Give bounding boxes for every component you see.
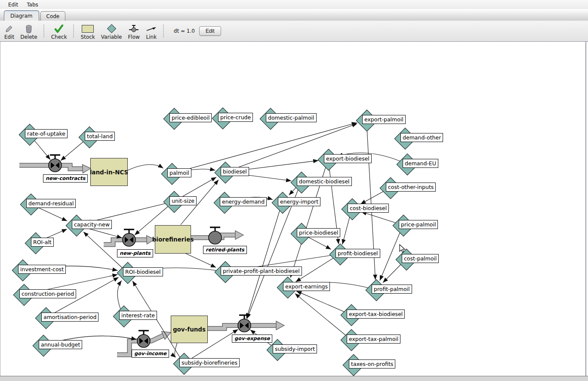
link-arrowhead xyxy=(342,239,345,245)
variable-label-domestic-palmoil[interactable]: domestic-palmoil xyxy=(266,113,317,122)
link-arrowhead xyxy=(351,124,357,127)
variable-label-annual-budget[interactable]: annual-budget xyxy=(39,340,82,349)
pipe-arrow-retired-plants xyxy=(235,231,243,239)
link-arrowhead xyxy=(295,294,300,298)
link-gov-funds-to-subsidy-biorefineries[interactable] xyxy=(175,343,177,357)
flow-valve-new-plants[interactable] xyxy=(123,233,135,246)
link-arrowhead xyxy=(112,274,118,278)
variable-label-price-edibleoil[interactable]: price-edibleoil xyxy=(169,113,212,122)
variable-label-subsidy-import[interactable]: subsidy-import xyxy=(273,344,317,353)
link-arrowhead xyxy=(247,313,251,319)
stock-biorefineries[interactable]: biorefineries xyxy=(155,225,191,254)
link-arrowhead xyxy=(214,180,219,185)
flow-valve-gov-expense[interactable] xyxy=(238,319,251,332)
variable-label-construction-period[interactable]: construction-period xyxy=(19,289,76,298)
flow-label-new-plants[interactable]: new-plants xyxy=(117,249,153,257)
variable-label-export-tax-palmoil[interactable]: export-tax-palmoil xyxy=(347,335,400,344)
stock-label-biorefineries: biorefineries xyxy=(152,236,194,243)
link-arrowhead xyxy=(286,178,292,183)
pipe-arrow-gov-expense xyxy=(276,321,284,330)
diagram-layer: land-in-NCSbiorefineriesgov-fundsrate-of… xyxy=(0,0,588,381)
variable-label-domestic-biodiesel[interactable]: domestic-biodiesel xyxy=(297,177,352,186)
link-export-tax-biodiesel-to-export-earnings[interactable] xyxy=(296,291,351,315)
link-arrowhead xyxy=(380,275,384,281)
link-arrowhead xyxy=(113,277,119,282)
variable-label-private-profit-plant-biodiesel[interactable]: private-profit-plant-biodiesel xyxy=(221,266,302,276)
diagram-links-svg xyxy=(0,0,588,381)
link-arrowhead xyxy=(210,167,215,171)
link-energy-import-to-gov-expense[interactable] xyxy=(246,202,282,319)
variable-label-export-tax-biodiesel[interactable]: export-tax-biodiesel xyxy=(347,310,405,319)
mouse-cursor xyxy=(399,244,408,254)
variable-label-unit-size[interactable]: unit-size xyxy=(169,196,197,205)
variable-label-demand-residual[interactable]: demand-residual xyxy=(26,199,76,208)
variable-label-profit-palmoil[interactable]: profit-palmoil xyxy=(372,285,412,294)
variable-label-price-biodiesel[interactable]: price-biodiesel xyxy=(297,228,340,237)
variable-label-total-land[interactable]: total-land xyxy=(85,132,115,141)
link-arrowhead xyxy=(336,239,340,244)
flow-valve-retired-plants[interactable] xyxy=(209,231,222,244)
variable-label-rate-of-uptake[interactable]: rate-of-uptake xyxy=(25,129,68,138)
flow-valve-new-contracts[interactable] xyxy=(49,159,62,172)
link-arrowhead xyxy=(112,267,118,271)
variable-label-price-palmoil[interactable]: price-palmoil xyxy=(399,220,438,229)
link-arrowhead xyxy=(46,155,50,160)
link-arrowhead xyxy=(117,281,122,286)
link-arrowhead xyxy=(170,353,175,357)
link-arrowhead xyxy=(132,281,137,287)
variable-label-taxes-on-profits[interactable]: taxes-on-profits xyxy=(349,359,395,369)
flow-valve-gov-income[interactable] xyxy=(137,335,150,347)
variable-label-energy-import[interactable]: energy-import xyxy=(278,197,320,206)
variable-label-demand-EU[interactable]: demand-EU xyxy=(403,159,438,168)
link-arrowhead xyxy=(233,329,238,334)
link-arrowhead xyxy=(250,330,256,335)
stock-label-land-in-NCS: land-in-NCS xyxy=(90,169,129,176)
variable-label-export-earnings[interactable]: export-earnings xyxy=(283,282,330,291)
variable-label-interest-rate[interactable]: interest-rate xyxy=(119,311,157,320)
stock-land-in-NCS[interactable]: land-in-NCS xyxy=(90,158,128,186)
link-arrowhead xyxy=(210,263,216,267)
link-arrowhead xyxy=(326,245,331,249)
variable-label-ROI-biodiesel[interactable]: ROI-biodiesel xyxy=(123,267,163,276)
link-arrowhead xyxy=(117,235,122,239)
variable-label-amortisation-period[interactable]: amortisation-period xyxy=(41,313,99,322)
link-arrowhead xyxy=(62,217,67,221)
variable-label-capacity-new[interactable]: capacity-new xyxy=(72,220,112,229)
stock-label-gov-funds: gov-funds xyxy=(173,326,206,333)
flow-label-new-contracts[interactable]: new-contracts xyxy=(43,174,88,183)
variable-label-price-crude[interactable]: price-crude xyxy=(218,113,253,122)
link-land-in-NCS-to-palmoil[interactable] xyxy=(127,164,163,170)
link-biodiesel-to-export-palmoil[interactable] xyxy=(225,124,357,172)
link-arrowhead xyxy=(267,196,273,200)
link-arrowhead xyxy=(296,277,301,282)
variable-label-cost-other-inputs[interactable]: cost-other-inputs xyxy=(386,183,436,192)
link-arrowhead xyxy=(61,156,66,161)
variable-label-cost-palmoil[interactable]: cost-palmoil xyxy=(402,254,439,263)
flow-label-gov-expense[interactable]: gov-expense xyxy=(232,335,272,343)
variable-label-export-palmoil[interactable]: export-palmoil xyxy=(362,115,406,124)
variable-label-ROI-alt[interactable]: ROI-alt xyxy=(31,238,54,247)
flow-label-retired-plants[interactable]: retired-plants xyxy=(203,246,247,254)
link-arrowhead xyxy=(135,230,140,235)
variable-label-demand-other[interactable]: demand-other xyxy=(400,133,443,142)
link-arrowhead xyxy=(158,164,163,168)
variable-label-cost-biodiesel[interactable]: cost-biodiesel xyxy=(348,204,389,213)
variable-label-energy-demand[interactable]: energy-demand xyxy=(220,197,267,206)
variable-label-biodiesel[interactable]: biodiesel xyxy=(221,167,249,176)
link-arrowhead xyxy=(211,177,216,181)
variable-label-export-biodiesel[interactable]: export-biodiesel xyxy=(324,154,372,163)
stock-gov-funds[interactable]: gov-funds xyxy=(171,316,208,343)
variable-label-profit-biodiesel[interactable]: profit-biodiesel xyxy=(336,249,380,258)
flow-label-gov-income[interactable]: gov-income xyxy=(132,350,169,358)
variable-label-palmoil[interactable]: palmoil xyxy=(167,168,191,177)
link-arrowhead xyxy=(62,229,67,233)
variable-label-investment-cost[interactable]: investment-cost xyxy=(18,265,66,274)
variable-label-subsidy-biorefineries[interactable]: subsidy-biorefineries xyxy=(179,358,240,367)
